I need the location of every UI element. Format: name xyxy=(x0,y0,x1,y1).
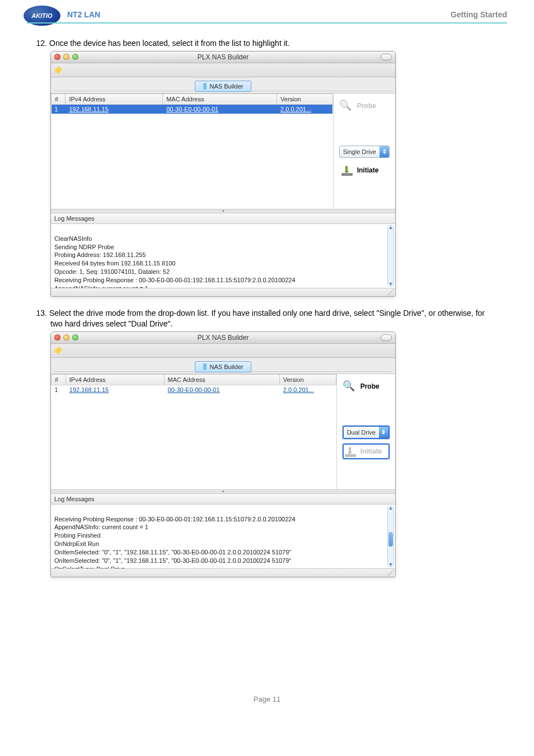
status-bar xyxy=(51,568,395,577)
app-icon xyxy=(53,66,63,74)
header-divider xyxy=(27,22,507,24)
tab-strip: NAS Builder xyxy=(51,77,395,94)
scrollbar[interactable] xyxy=(387,506,394,567)
tab-nas-builder[interactable]: NAS Builder xyxy=(195,81,252,92)
step-13-text: 13.Select the drive mode from the drop-d… xyxy=(50,308,496,329)
col-header-ip[interactable]: IPv4 Address xyxy=(65,374,164,385)
step-13-number: 13. xyxy=(32,308,47,319)
download-icon xyxy=(345,446,357,457)
table-row[interactable]: 1 192.168.11.15 00-30-E0-00-00-01 2.0.0.… xyxy=(51,385,336,394)
search-icon xyxy=(343,381,357,392)
search-icon xyxy=(339,100,354,111)
tab-icon xyxy=(203,83,207,90)
cell-ip: 192.168.11.15 xyxy=(65,104,163,114)
step-12-text: 12.Once the device has been located, sel… xyxy=(50,38,496,49)
window-title: PLX NAS Builder xyxy=(51,334,395,342)
tab-label: NAS Builder xyxy=(210,83,243,90)
col-header-ver[interactable]: Version xyxy=(277,94,333,104)
log-body[interactable]: Receiving Probing Response : 00-30-E0-00… xyxy=(51,505,395,568)
drive-mode-value: Single Drive xyxy=(340,148,380,155)
col-header-mac[interactable]: MAC Address xyxy=(163,94,277,104)
step-12-body: Once the device has been located, select… xyxy=(49,39,290,48)
initiate-label: Initiate xyxy=(360,447,382,455)
section-title: Getting Started xyxy=(451,10,507,22)
scroll-up-icon[interactable] xyxy=(389,226,392,229)
tab-strip: NAS Builder xyxy=(51,358,395,374)
window-toolbar xyxy=(51,63,395,77)
initiate-button[interactable]: Initiate xyxy=(339,162,390,178)
drive-mode-select[interactable]: Dual Drive xyxy=(343,426,390,439)
splitter-handle[interactable] xyxy=(51,209,395,213)
cell-ip: 192.168.11.15 xyxy=(65,385,164,394)
col-header-ver[interactable]: Version xyxy=(279,374,336,385)
step-13-body: Select the drive mode from the drop-down… xyxy=(49,309,485,328)
log-body[interactable]: ClearNASInfo Sending NDRP Probe Probing … xyxy=(51,224,395,288)
window-title: PLX NAS Builder xyxy=(51,53,395,61)
cell-ver: 2.0.0.201... xyxy=(279,385,336,394)
step-12-number: 12. xyxy=(32,38,47,49)
initiate-button: Initiate xyxy=(343,444,390,459)
splitter-handle[interactable] xyxy=(51,489,395,494)
col-header-mac[interactable]: MAC Address xyxy=(164,374,279,385)
cell-num: 1 xyxy=(51,104,65,114)
col-header-num[interactable]: # xyxy=(51,94,65,104)
plx-window-1: PLX NAS Builder NAS Builder xyxy=(50,51,396,297)
scroll-up-icon[interactable] xyxy=(389,507,392,510)
toolbar-toggle-icon[interactable] xyxy=(381,334,392,341)
scrollbar[interactable] xyxy=(387,225,394,287)
table-row[interactable]: 1 192.168.11.15 00-30-E0-00-00-01 2.0.0.… xyxy=(51,104,333,114)
window-titlebar[interactable]: PLX NAS Builder xyxy=(51,52,395,63)
window-titlebar[interactable]: PLX NAS Builder xyxy=(51,332,395,344)
page-footer: Page 11 xyxy=(0,589,534,720)
device-table: # IPv4 Address MAC Address Version 1 192… xyxy=(51,374,337,489)
resize-grip-icon[interactable] xyxy=(388,290,394,296)
probe-label: Probe xyxy=(360,382,380,390)
log-header[interactable]: Log Messages xyxy=(51,213,395,224)
probe-label: Probe xyxy=(357,102,376,110)
window-toolbar xyxy=(51,344,395,358)
download-icon xyxy=(341,165,354,176)
device-table: # IPv4 Address MAC Address Version 1 192… xyxy=(51,94,334,209)
cell-num: 1 xyxy=(51,385,66,394)
drive-mode-value: Dual Drive xyxy=(344,429,379,436)
chevron-updown-icon[interactable] xyxy=(380,146,389,157)
log-header[interactable]: Log Messages xyxy=(51,494,395,505)
cell-mac: 00-30-E0-00-00-01 xyxy=(164,385,279,394)
status-bar xyxy=(51,288,395,296)
probe-button: Probe xyxy=(339,100,390,111)
resize-grip-icon[interactable] xyxy=(388,570,394,576)
initiate-label: Initiate xyxy=(357,166,379,174)
toolbar-toggle-icon[interactable] xyxy=(381,54,392,60)
plx-window-2: PLX NAS Builder NAS Builder xyxy=(50,332,396,577)
log-text: ClearNASInfo Sending NDRP Probe Probing … xyxy=(54,235,296,288)
col-header-ip[interactable]: IPv4 Address xyxy=(65,94,163,104)
drive-mode-select[interactable]: Single Drive xyxy=(339,146,390,158)
tab-label: NAS Builder xyxy=(210,363,243,370)
scroll-down-icon[interactable] xyxy=(389,283,392,286)
product-name: NT2 LAN xyxy=(67,10,100,22)
tab-icon xyxy=(203,363,207,370)
tab-nas-builder[interactable]: NAS Builder xyxy=(195,361,252,372)
log-text: Receiving Probing Response : 00-30-E0-00… xyxy=(54,516,296,568)
col-header-num[interactable]: # xyxy=(51,374,66,385)
chevron-updown-icon[interactable] xyxy=(379,427,388,438)
probe-button[interactable]: Probe xyxy=(343,381,390,392)
cell-mac: 00-30-E0-00-00-01 xyxy=(163,104,277,114)
app-icon xyxy=(53,346,63,355)
scroll-down-icon[interactable] xyxy=(389,563,392,566)
cell-ver: 2.0.0.201... xyxy=(277,104,333,114)
